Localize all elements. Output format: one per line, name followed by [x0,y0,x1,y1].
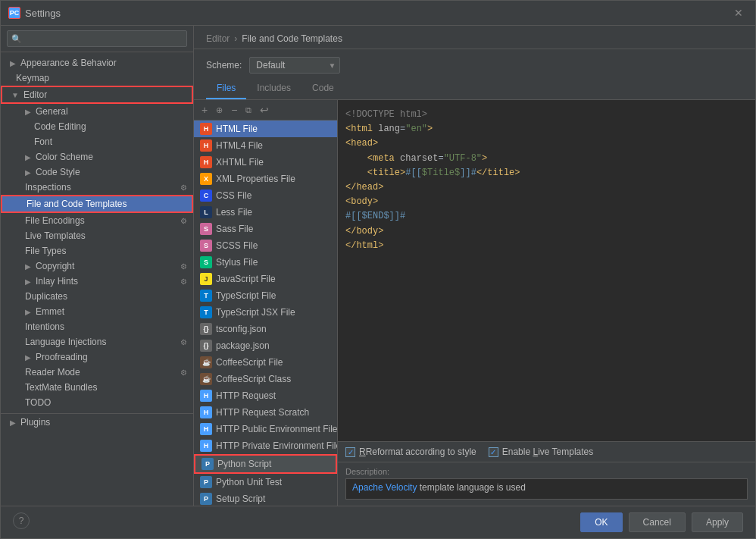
file-list: H HTML File H HTML4 File H XHTML File [194,121,337,506]
remove-button[interactable]: − [228,103,240,117]
file-item-label: CSS File [216,190,251,201]
ok-button[interactable]: OK [580,512,622,532]
reformat-checkbox[interactable]: RReformat according to style [345,447,476,457]
sidebar-item-font[interactable]: Font [1,134,193,149]
tab-includes[interactable]: Includes [246,78,301,99]
file-item-label: HTTP Request Scratch [216,407,309,418]
file-item-python-script[interactable]: P Python Script [194,454,337,474]
file-icon-coffee: ☕ [200,356,212,368]
code-line-9: </body> [345,224,748,239]
sidebar-item-color-scheme[interactable]: ▶ Color Scheme [1,149,193,165]
file-item-label: tsconfig.json [216,324,267,334]
sidebar-item-live-templates[interactable]: Live Templates [1,228,193,243]
file-item-http-request[interactable]: H HTTP Request [194,387,337,404]
title-bar: PC Settings ✕ [1,1,755,26]
dialog-title: Settings [25,8,61,19]
file-icon-ts: T [200,290,212,302]
file-icon-xhtml: H [200,156,212,168]
sidebar-item-emmet[interactable]: ▶ Emmet [1,304,193,319]
file-list-toolbar: + ⊕ − ⧉ ↩ [194,100,337,121]
file-item-label: HTML File [216,124,258,134]
file-item-label: Less File [216,207,252,218]
file-item-http-scratch[interactable]: H HTTP Request Scratch [194,404,337,421]
cancel-button[interactable]: Cancel [629,512,686,532]
sidebar-item-textmate[interactable]: TextMate Bundles [1,380,193,395]
sidebar-item-inspections[interactable]: Inspections ⚙ [1,180,193,195]
file-item-http-public[interactable]: H HTTP Public Environment File [194,421,337,437]
sidebar-item-language-injections[interactable]: Language Injections ⚙ [1,334,193,349]
add-button[interactable]: + [198,103,211,117]
apply-button[interactable]: Apply [692,512,743,532]
file-item-xml-props[interactable]: X XML Properties File [194,171,337,187]
sidebar-label: Duplicates [25,291,67,302]
sidebar-item-code-editing[interactable]: Code Editing [1,119,193,134]
sidebar-item-keymap[interactable]: Keymap [1,71,193,86]
code-line-3: <head> [345,136,748,151]
sidebar-item-code-style[interactable]: ▶ Code Style [1,165,193,180]
code-line-2: <html lang="en"> [345,122,748,136]
close-button[interactable]: ✕ [729,5,748,20]
file-icon-http-scratch: H [200,406,212,418]
file-item-package[interactable]: {} package.json [194,337,337,354]
file-item-ts[interactable]: T TypeScript File [194,287,337,304]
duplicate-button[interactable]: ⧉ [242,105,255,116]
file-icon-py-unit: P [200,476,212,488]
file-icon-tsconfig: {} [200,323,212,335]
file-icon-http-private: H [200,440,212,452]
sidebar-item-plugins[interactable]: ▶ Plugins [1,413,193,430]
sidebar-label: Plugins [20,417,50,428]
config-icon: ⚙ [180,262,187,271]
file-item-sass[interactable]: S Sass File [194,221,337,237]
search-input[interactable] [7,30,187,47]
scheme-select[interactable]: Default Project [249,57,340,74]
sidebar-item-reader-mode[interactable]: Reader Mode ⚙ [1,365,193,380]
sidebar-item-duplicates[interactable]: Duplicates [1,289,193,304]
copy-button[interactable]: ⊕ [213,105,226,116]
apache-velocity-link[interactable]: Apache Velocity [352,482,417,493]
live-templates-checkbox[interactable]: Enable Live Templates [489,447,594,457]
sidebar-item-proofreading[interactable]: ▶ Proofreading [1,349,193,365]
file-item-coffeescript-class[interactable]: ☕ CoffeeScript Class [194,371,337,387]
description-panel: Description: Apache Velocity template la… [338,462,755,506]
sidebar-item-copyright[interactable]: ▶ Copyright ⚙ [1,259,193,274]
file-item-stylus[interactable]: S Stylus File [194,254,337,271]
breadcrumb-parent: Editor [206,33,230,44]
file-item-css[interactable]: C CSS File [194,187,337,204]
sidebar-label: Keymap [16,73,49,83]
sidebar-item-todo[interactable]: TODO [1,395,193,410]
file-item-setup-script[interactable]: P Setup Script [194,490,337,506]
sidebar-item-file-types[interactable]: File Types [1,243,193,259]
file-item-js[interactable]: J JavaScript File [194,271,337,287]
sidebar-item-inlay-hints[interactable]: ▶ Inlay Hints ⚙ [1,274,193,289]
sidebar-item-general[interactable]: ▶ General [1,104,193,119]
file-item-scss[interactable]: S SCSS File [194,237,337,254]
file-item-less[interactable]: L Less File [194,204,337,221]
config-icon: ⚙ [180,368,187,377]
file-item-tsx[interactable]: T TypeScript JSX File [194,304,337,321]
reformat-checkbox-box[interactable] [345,447,355,457]
reset-button[interactable]: ↩ [257,103,272,117]
sidebar-item-intentions[interactable]: Intentions [1,319,193,334]
file-icon-package: {} [200,340,212,352]
sidebar-item-appearance[interactable]: ▶ Appearance & Behavior [1,55,193,71]
sidebar-item-file-templates[interactable]: File and Code Templates [1,195,193,213]
code-line-8: #[[$END$]]# [345,209,748,224]
scheme-select-wrapper: Default Project ▼ [249,57,340,74]
live-templates-checkbox-box[interactable] [489,447,498,457]
code-line-4: <meta charset="UTF-8"> [345,152,748,166]
tab-code[interactable]: Code [301,78,345,99]
file-item-html4[interactable]: H HTML4 File [194,137,337,154]
file-icon-sass: S [200,223,212,235]
file-item-python-unit[interactable]: P Python Unit Test [194,474,337,490]
code-editor[interactable]: <!DOCTYPE html> <html lang="en"> <head> … [338,100,755,441]
file-item-http-private[interactable]: H HTTP Private Environment File [194,437,337,454]
file-item-html[interactable]: H HTML File [194,121,337,137]
file-item-xhtml[interactable]: H XHTML File [194,154,337,171]
file-item-coffeescript[interactable]: ☕ CoffeeScript File [194,354,337,371]
tab-files[interactable]: Files [206,78,246,99]
file-item-tsconfig[interactable]: {} tsconfig.json [194,321,337,337]
expand-icon: ▶ [25,308,31,316]
help-button[interactable]: ? [13,512,30,529]
sidebar-item-file-encodings[interactable]: File Encodings ⚙ [1,213,193,228]
sidebar-item-editor[interactable]: ▼ Editor [1,86,193,104]
